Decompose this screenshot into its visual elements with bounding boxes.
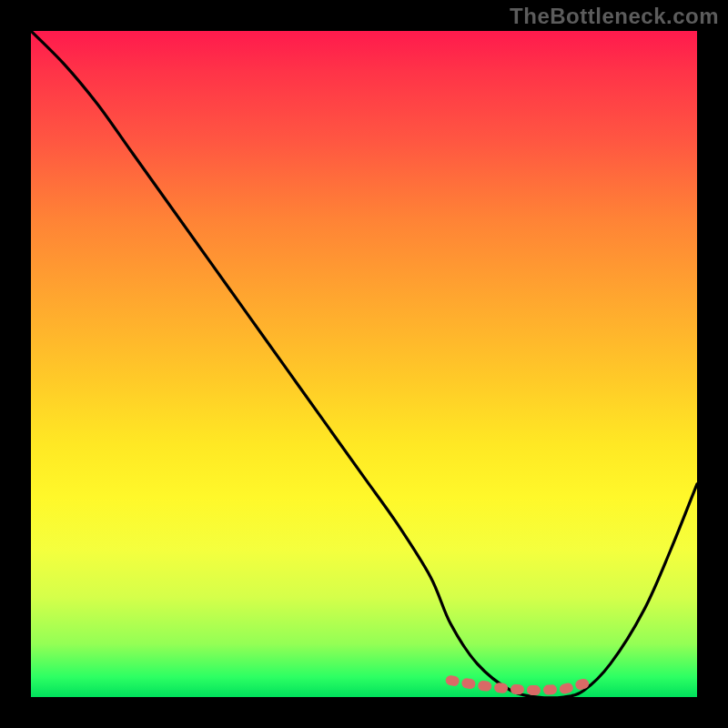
flat-region-marker-line: [450, 681, 583, 691]
bottleneck-curve-line: [31, 31, 697, 697]
chart-frame: TheBottleneck.com: [0, 0, 728, 728]
watermark-text: TheBottleneck.com: [510, 4, 719, 29]
plot-area: [31, 31, 697, 697]
chart-svg: [31, 31, 697, 697]
